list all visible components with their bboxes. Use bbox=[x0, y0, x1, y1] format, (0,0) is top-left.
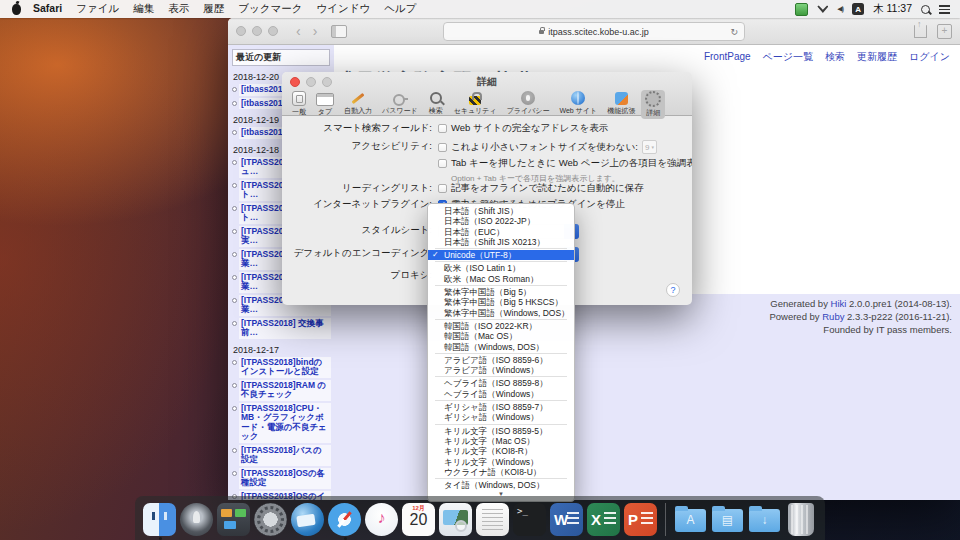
encoding-option[interactable]: アラビア語（Windows） bbox=[428, 365, 574, 375]
dock-item-folder-documents[interactable]: ▤ bbox=[711, 503, 744, 536]
close-button[interactable] bbox=[236, 26, 246, 36]
dock-item-system-preferences[interactable] bbox=[254, 503, 287, 536]
encoding-option[interactable]: 繁体字中国語（Windows, DOS） bbox=[428, 308, 574, 318]
sidebar-link[interactable]: [ITPASS2018]RAM の不良チェック bbox=[239, 380, 331, 401]
menu-extra-green-icon[interactable] bbox=[795, 3, 808, 16]
encoding-option[interactable]: キリル文字（Windows） bbox=[428, 457, 574, 467]
prefs-tab-extensions[interactable]: 機能拡張 bbox=[603, 90, 639, 119]
font-size-select[interactable]: 9▾ bbox=[642, 140, 657, 154]
encoding-option[interactable]: 韓国語（ISO 2022-KR） bbox=[428, 321, 574, 331]
menu-item-5[interactable]: ブックマーク bbox=[238, 2, 302, 16]
menu-item-6[interactable]: ウインドウ bbox=[316, 2, 370, 16]
sidebar-link[interactable]: [ITPASS2018]バスの設定 bbox=[239, 445, 331, 466]
encoding-option[interactable]: 日本語（ISO 2022-JP） bbox=[428, 216, 574, 226]
menu-item-0[interactable]: Safari bbox=[33, 2, 62, 16]
encoding-option[interactable]: ✓Unicode（UTF-8） bbox=[428, 250, 574, 260]
minimize-button[interactable] bbox=[252, 26, 262, 36]
dialog-close-button[interactable] bbox=[290, 77, 300, 87]
encoding-option[interactable]: ヘブライ語（Windows） bbox=[428, 389, 574, 399]
encoding-option[interactable]: 韓国語（Windows, DOS） bbox=[428, 342, 574, 352]
input-source-icon[interactable]: A bbox=[852, 3, 864, 15]
encoding-option[interactable]: アラビア語（ISO 8859-6） bbox=[428, 355, 574, 365]
help-button[interactable]: ? bbox=[666, 283, 680, 297]
dock-item-folder-downloads[interactable]: ↓ bbox=[748, 503, 781, 536]
menu-item-2[interactable]: 編集 bbox=[133, 2, 154, 16]
dock-item-powerpoint[interactable]: P bbox=[624, 503, 657, 536]
nav-link-1[interactable]: ページ一覧 bbox=[763, 51, 813, 62]
prefs-tab-websites[interactable]: Web サイト bbox=[555, 90, 601, 119]
notification-center-icon[interactable] bbox=[939, 5, 950, 14]
apple-menu-icon[interactable] bbox=[12, 4, 21, 15]
dock-item-textedit[interactable] bbox=[476, 503, 509, 536]
encoding-option[interactable]: 欧米（ISO Latin 1） bbox=[428, 263, 574, 273]
zoom-button[interactable] bbox=[268, 26, 278, 36]
sidebar-link[interactable]: [ITPASS2018]bindのインストールと設定 bbox=[239, 357, 331, 378]
nav-link-2[interactable]: 検索 bbox=[825, 51, 845, 62]
wifi-icon[interactable] bbox=[817, 5, 828, 13]
nav-link-4[interactable]: ログイン bbox=[909, 51, 950, 62]
encoding-option[interactable]: 日本語（EUC） bbox=[428, 227, 574, 237]
encoding-option[interactable]: 日本語（Shift JIS X0213） bbox=[428, 237, 574, 247]
back-button[interactable]: ‹ bbox=[296, 21, 301, 41]
share-icon[interactable] bbox=[914, 25, 927, 38]
checkbox-min-font-size[interactable] bbox=[438, 143, 447, 152]
menu-bar-clock[interactable]: 木 11:37 bbox=[873, 2, 912, 16]
prefs-tab-autofill[interactable]: 自動入力 bbox=[340, 90, 376, 119]
dock-item-thunderbird[interactable] bbox=[291, 503, 324, 536]
checkbox-offline-reading[interactable] bbox=[438, 184, 447, 193]
reload-icon[interactable]: ↻ bbox=[730, 27, 738, 37]
dock-item-finder[interactable] bbox=[143, 503, 176, 536]
dock-item-folder-applications[interactable]: A bbox=[674, 503, 707, 536]
dock-item-mission-control[interactable] bbox=[217, 503, 250, 536]
encoding-option[interactable]: 欧米（Mac OS Roman） bbox=[428, 274, 574, 284]
prefs-tab-advanced[interactable]: 詳細 bbox=[641, 90, 665, 119]
encoding-option[interactable]: キリル文字（KOI8-R） bbox=[428, 446, 574, 456]
encoding-option[interactable]: 繁体字中国語（Big 5 HKSCS） bbox=[428, 297, 574, 307]
dock-item-calendar[interactable]: 12月20 bbox=[402, 503, 435, 536]
prefs-tab-security[interactable]: セキュリティ bbox=[450, 90, 501, 119]
prefs-tab-search[interactable]: 検索 bbox=[424, 90, 448, 119]
address-bar[interactable]: itpass.scitec.kobe-u.ac.jp ↻ bbox=[443, 22, 745, 41]
encoding-option[interactable]: ウクライナ語（KOI8-U） bbox=[428, 467, 574, 477]
sidebar-link[interactable]: [ITPASS2018] 交換事前… bbox=[239, 318, 331, 339]
footer-link[interactable]: Ruby bbox=[822, 311, 844, 322]
nav-link-0[interactable]: FrontPage bbox=[704, 51, 751, 62]
checkbox-show-full-address[interactable] bbox=[438, 124, 447, 133]
sidebar-toggle-button[interactable] bbox=[331, 25, 347, 38]
encoding-option[interactable]: 韓国語（Mac OS） bbox=[428, 331, 574, 341]
encoding-option[interactable]: ヘブライ語（ISO 8859-8） bbox=[428, 378, 574, 388]
encoding-option[interactable]: 日本語（Shift JIS） bbox=[428, 206, 574, 216]
menu-item-4[interactable]: 履歴 bbox=[203, 2, 224, 16]
menu-item-7[interactable]: ヘルプ bbox=[384, 2, 416, 16]
encoding-option[interactable]: 繁体字中国語（Big 5） bbox=[428, 287, 574, 297]
prefs-tab-privacy[interactable]: プライバシー bbox=[503, 90, 554, 119]
footer-link[interactable]: Hiki bbox=[831, 298, 847, 309]
prefs-tab-tabs[interactable]: タブ bbox=[312, 90, 338, 119]
encoding-option[interactable]: ギリシャ語（Windows） bbox=[428, 412, 574, 422]
menu-item-3[interactable]: 表示 bbox=[168, 2, 189, 16]
menu-item-1[interactable]: ファイル bbox=[76, 2, 119, 16]
encoding-option[interactable]: ギリシャ語（ISO 8859-7） bbox=[428, 402, 574, 412]
encoding-option[interactable]: タイ語（Windows, DOS） bbox=[428, 480, 574, 490]
dock-item-launchpad[interactable] bbox=[180, 503, 213, 536]
nav-link-3[interactable]: 更新履歴 bbox=[857, 51, 897, 62]
new-tab-button[interactable]: + bbox=[937, 24, 952, 39]
dock-item-safari[interactable] bbox=[328, 503, 361, 536]
encoding-option[interactable]: キリル文字（ISO 8859-5） bbox=[428, 426, 574, 436]
sidebar-link[interactable]: [ITPASS2018]OSの各種設定 bbox=[239, 468, 331, 489]
dock-item-preview[interactable] bbox=[439, 503, 472, 536]
dock-item-trash[interactable] bbox=[785, 503, 817, 536]
prefs-tab-general[interactable]: 一般 bbox=[288, 90, 310, 119]
dock-item-excel[interactable]: X bbox=[587, 503, 620, 536]
dock-item-word[interactable]: W bbox=[550, 503, 583, 536]
spotlight-icon[interactable] bbox=[921, 5, 930, 14]
prefs-tab-password[interactable]: パスワード bbox=[378, 90, 422, 119]
sidebar-link[interactable]: [ITPASS2018]CPU・MB・グラフィックボード・電源の不良チェック bbox=[239, 403, 331, 443]
forward-button[interactable]: › bbox=[313, 21, 318, 41]
dock-item-itunes[interactable] bbox=[365, 503, 398, 536]
volume-icon[interactable]: ◀) bbox=[837, 5, 843, 13]
dock-item-terminal[interactable] bbox=[513, 503, 546, 536]
folder-documents-icon: ▤ bbox=[711, 503, 744, 536]
encoding-option[interactable]: キリル文字（Mac OS） bbox=[428, 436, 574, 446]
checkbox-tab-highlight[interactable] bbox=[438, 159, 447, 168]
